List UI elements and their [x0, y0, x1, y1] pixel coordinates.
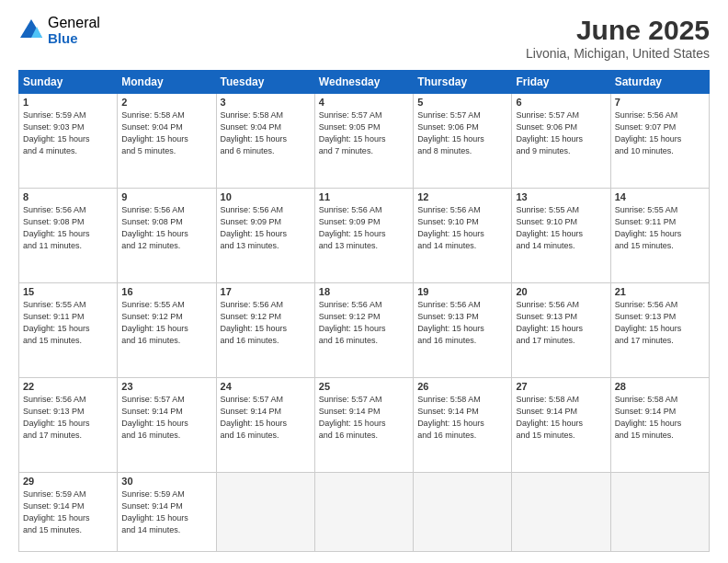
day-number: 17	[221, 286, 311, 297]
logo-blue: Blue	[48, 31, 100, 47]
col-header-wednesday: Wednesday	[314, 71, 413, 94]
day-number: 7	[615, 97, 705, 108]
calendar-cell: 29Sunrise: 5:59 AM Sunset: 9:14 PM Dayli…	[19, 473, 118, 552]
day-info: Sunrise: 5:59 AM Sunset: 9:14 PM Dayligh…	[23, 488, 113, 536]
calendar-cell: 7Sunrise: 5:56 AM Sunset: 9:07 PM Daylig…	[610, 94, 709, 189]
calendar-cell	[610, 473, 709, 552]
day-number: 13	[516, 191, 606, 202]
day-info: Sunrise: 5:56 AM Sunset: 9:10 PM Dayligh…	[417, 204, 507, 252]
calendar-week-1: 8Sunrise: 5:56 AM Sunset: 9:08 PM Daylig…	[19, 189, 710, 283]
calendar-cell: 17Sunrise: 5:56 AM Sunset: 9:12 PM Dayli…	[216, 283, 314, 378]
day-info: Sunrise: 5:55 AM Sunset: 9:10 PM Dayligh…	[516, 204, 606, 252]
day-number: 22	[23, 381, 113, 392]
day-info: Sunrise: 5:56 AM Sunset: 9:13 PM Dayligh…	[615, 299, 705, 347]
day-info: Sunrise: 5:57 AM Sunset: 9:05 PM Dayligh…	[319, 109, 409, 157]
col-header-monday: Monday	[118, 71, 216, 94]
col-header-sunday: Sunday	[19, 71, 118, 94]
day-info: Sunrise: 5:56 AM Sunset: 9:12 PM Dayligh…	[221, 299, 311, 347]
day-number: 2	[121, 97, 211, 108]
day-info: Sunrise: 5:57 AM Sunset: 9:06 PM Dayligh…	[516, 109, 606, 157]
day-info: Sunrise: 5:57 AM Sunset: 9:14 PM Dayligh…	[319, 394, 409, 442]
logo-text: General Blue	[48, 15, 100, 46]
calendar-cell: 11Sunrise: 5:56 AM Sunset: 9:09 PM Dayli…	[314, 189, 413, 283]
calendar-cell: 8Sunrise: 5:56 AM Sunset: 9:08 PM Daylig…	[19, 189, 118, 283]
logo: General Blue	[18, 15, 100, 46]
calendar-cell: 5Sunrise: 5:57 AM Sunset: 9:06 PM Daylig…	[414, 94, 512, 189]
calendar-cell: 24Sunrise: 5:57 AM Sunset: 9:14 PM Dayli…	[216, 378, 314, 473]
day-info: Sunrise: 5:57 AM Sunset: 9:06 PM Dayligh…	[417, 109, 507, 157]
calendar-cell: 30Sunrise: 5:59 AM Sunset: 9:14 PM Dayli…	[118, 473, 216, 552]
day-number: 9	[121, 191, 211, 202]
day-number: 6	[516, 97, 606, 108]
day-info: Sunrise: 5:56 AM Sunset: 9:09 PM Dayligh…	[319, 204, 409, 252]
calendar-cell: 26Sunrise: 5:58 AM Sunset: 9:14 PM Dayli…	[414, 378, 512, 473]
day-info: Sunrise: 5:58 AM Sunset: 9:04 PM Dayligh…	[221, 109, 311, 157]
day-number: 28	[615, 381, 705, 392]
day-number: 11	[319, 191, 409, 202]
calendar-cell: 13Sunrise: 5:55 AM Sunset: 9:10 PM Dayli…	[512, 189, 610, 283]
day-number: 29	[23, 476, 113, 487]
day-number: 14	[615, 191, 705, 202]
day-info: Sunrise: 5:56 AM Sunset: 9:08 PM Dayligh…	[121, 204, 211, 252]
header: General Blue June 2025 Livonia, Michigan…	[18, 15, 710, 61]
day-info: Sunrise: 5:56 AM Sunset: 9:07 PM Dayligh…	[615, 109, 705, 157]
day-number: 23	[121, 381, 211, 392]
calendar-cell: 20Sunrise: 5:56 AM Sunset: 9:13 PM Dayli…	[512, 283, 610, 378]
day-info: Sunrise: 5:58 AM Sunset: 9:14 PM Dayligh…	[417, 394, 507, 442]
day-info: Sunrise: 5:57 AM Sunset: 9:14 PM Dayligh…	[221, 394, 311, 442]
calendar-cell: 16Sunrise: 5:55 AM Sunset: 9:12 PM Dayli…	[118, 283, 216, 378]
calendar-cell: 18Sunrise: 5:56 AM Sunset: 9:12 PM Dayli…	[314, 283, 413, 378]
logo-general: General	[48, 15, 100, 31]
day-info: Sunrise: 5:55 AM Sunset: 9:11 PM Dayligh…	[23, 299, 113, 347]
calendar-cell: 28Sunrise: 5:58 AM Sunset: 9:14 PM Dayli…	[610, 378, 709, 473]
day-number: 25	[319, 381, 409, 392]
day-info: Sunrise: 5:56 AM Sunset: 9:13 PM Dayligh…	[23, 394, 113, 442]
day-number: 26	[417, 381, 507, 392]
calendar-cell: 25Sunrise: 5:57 AM Sunset: 9:14 PM Dayli…	[314, 378, 413, 473]
day-number: 1	[23, 97, 113, 108]
calendar-week-0: 1Sunrise: 5:59 AM Sunset: 9:03 PM Daylig…	[19, 94, 710, 189]
calendar-cell: 12Sunrise: 5:56 AM Sunset: 9:10 PM Dayli…	[414, 189, 512, 283]
day-number: 10	[221, 191, 311, 202]
day-info: Sunrise: 5:55 AM Sunset: 9:11 PM Dayligh…	[615, 204, 705, 252]
day-info: Sunrise: 5:58 AM Sunset: 9:04 PM Dayligh…	[121, 109, 211, 157]
calendar-cell: 4Sunrise: 5:57 AM Sunset: 9:05 PM Daylig…	[314, 94, 413, 189]
page: General Blue June 2025 Livonia, Michigan…	[0, 0, 728, 563]
day-info: Sunrise: 5:56 AM Sunset: 9:08 PM Dayligh…	[23, 204, 113, 252]
calendar-cell: 9Sunrise: 5:56 AM Sunset: 9:08 PM Daylig…	[118, 189, 216, 283]
col-header-thursday: Thursday	[414, 71, 512, 94]
calendar-cell: 23Sunrise: 5:57 AM Sunset: 9:14 PM Dayli…	[118, 378, 216, 473]
calendar-table: SundayMondayTuesdayWednesdayThursdayFrid…	[18, 70, 710, 552]
calendar-cell	[216, 473, 314, 552]
day-info: Sunrise: 5:58 AM Sunset: 9:14 PM Dayligh…	[516, 394, 606, 442]
calendar-header-row: SundayMondayTuesdayWednesdayThursdayFrid…	[19, 71, 710, 94]
calendar-cell: 1Sunrise: 5:59 AM Sunset: 9:03 PM Daylig…	[19, 94, 118, 189]
calendar-cell	[414, 473, 512, 552]
day-info: Sunrise: 5:56 AM Sunset: 9:09 PM Dayligh…	[221, 204, 311, 252]
day-number: 15	[23, 286, 113, 297]
day-number: 27	[516, 381, 606, 392]
day-info: Sunrise: 5:56 AM Sunset: 9:12 PM Dayligh…	[319, 299, 409, 347]
calendar-cell: 21Sunrise: 5:56 AM Sunset: 9:13 PM Dayli…	[610, 283, 709, 378]
calendar-cell: 19Sunrise: 5:56 AM Sunset: 9:13 PM Dayli…	[414, 283, 512, 378]
location: Livonia, Michigan, United States	[526, 46, 710, 61]
day-number: 16	[121, 286, 211, 297]
day-info: Sunrise: 5:56 AM Sunset: 9:13 PM Dayligh…	[516, 299, 606, 347]
day-number: 8	[23, 191, 113, 202]
day-info: Sunrise: 5:55 AM Sunset: 9:12 PM Dayligh…	[121, 299, 211, 347]
calendar-cell: 22Sunrise: 5:56 AM Sunset: 9:13 PM Dayli…	[19, 378, 118, 473]
calendar-week-3: 22Sunrise: 5:56 AM Sunset: 9:13 PM Dayli…	[19, 378, 710, 473]
day-number: 19	[417, 286, 507, 297]
col-header-friday: Friday	[512, 71, 610, 94]
calendar-cell	[512, 473, 610, 552]
calendar-cell: 6Sunrise: 5:57 AM Sunset: 9:06 PM Daylig…	[512, 94, 610, 189]
calendar-cell: 27Sunrise: 5:58 AM Sunset: 9:14 PM Dayli…	[512, 378, 610, 473]
day-number: 18	[319, 286, 409, 297]
col-header-saturday: Saturday	[610, 71, 709, 94]
day-number: 20	[516, 286, 606, 297]
day-number: 21	[615, 286, 705, 297]
day-number: 12	[417, 191, 507, 202]
calendar-cell	[314, 473, 413, 552]
day-number: 4	[319, 97, 409, 108]
calendar-cell: 14Sunrise: 5:55 AM Sunset: 9:11 PM Dayli…	[610, 189, 709, 283]
